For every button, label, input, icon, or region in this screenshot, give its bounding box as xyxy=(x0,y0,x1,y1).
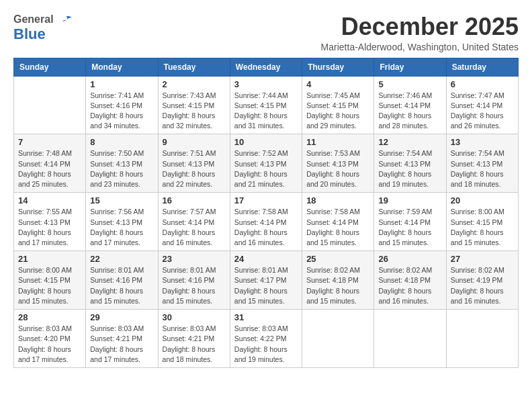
day-number: 25 xyxy=(306,254,369,264)
calendar-cell: 17Sunrise: 7:58 AMSunset: 4:14 PMDayligh… xyxy=(230,193,302,251)
day-info: Sunrise: 7:50 AMSunset: 4:13 PMDaylight:… xyxy=(90,148,153,189)
calendar-cell: 28Sunrise: 8:03 AMSunset: 4:20 PMDayligh… xyxy=(14,310,86,368)
day-info: Sunrise: 7:43 AMSunset: 4:15 PMDaylight:… xyxy=(163,91,226,132)
calendar-cell: 21Sunrise: 8:00 AMSunset: 4:15 PMDayligh… xyxy=(14,251,86,310)
day-info: Sunrise: 7:41 AMSunset: 4:16 PMDaylight:… xyxy=(90,91,153,132)
day-number: 17 xyxy=(234,195,298,205)
calendar-cell xyxy=(374,310,446,368)
day-number: 27 xyxy=(451,254,514,264)
day-number: 8 xyxy=(90,137,153,147)
calendar-cell: 24Sunrise: 8:01 AMSunset: 4:17 PMDayligh… xyxy=(230,251,302,310)
day-of-week-sunday: Sunday xyxy=(14,58,86,76)
day-number: 22 xyxy=(90,254,153,264)
calendar-cell: 22Sunrise: 8:01 AMSunset: 4:16 PMDayligh… xyxy=(86,251,158,310)
day-info: Sunrise: 7:58 AMSunset: 4:14 PMDaylight:… xyxy=(306,207,369,248)
calendar-cell: 16Sunrise: 7:57 AMSunset: 4:14 PMDayligh… xyxy=(158,193,230,251)
calendar-cell: 30Sunrise: 8:03 AMSunset: 4:21 PMDayligh… xyxy=(158,310,230,368)
day-of-week-monday: Monday xyxy=(86,58,158,76)
calendar-cell: 2Sunrise: 7:43 AMSunset: 4:15 PMDaylight… xyxy=(158,76,230,134)
day-info: Sunrise: 8:01 AMSunset: 4:17 PMDaylight:… xyxy=(234,265,298,306)
calendar-cell: 31Sunrise: 8:03 AMSunset: 4:22 PMDayligh… xyxy=(230,310,302,368)
calendar-cell: 15Sunrise: 7:56 AMSunset: 4:13 PMDayligh… xyxy=(86,193,158,251)
title-block: December 2025 Marietta-Alderwood, Washin… xyxy=(321,13,519,52)
day-info: Sunrise: 8:03 AMSunset: 4:21 PMDaylight:… xyxy=(163,324,226,365)
day-info: Sunrise: 7:54 AMSunset: 4:13 PMDaylight:… xyxy=(451,148,514,189)
day-number: 12 xyxy=(378,137,441,147)
day-info: Sunrise: 8:00 AMSunset: 4:15 PMDaylight:… xyxy=(18,265,81,306)
day-info: Sunrise: 8:01 AMSunset: 4:16 PMDaylight:… xyxy=(90,265,153,306)
day-number: 28 xyxy=(18,312,81,322)
calendar-cell: 11Sunrise: 7:53 AMSunset: 4:13 PMDayligh… xyxy=(302,134,374,193)
location-title: Marietta-Alderwood, Washington, United S… xyxy=(321,42,519,52)
calendar-cell xyxy=(446,310,518,368)
day-info: Sunrise: 8:03 AMSunset: 4:21 PMDaylight:… xyxy=(90,324,153,365)
calendar-cell: 25Sunrise: 8:02 AMSunset: 4:18 PMDayligh… xyxy=(302,251,374,310)
calendar-cell: 26Sunrise: 8:02 AMSunset: 4:18 PMDayligh… xyxy=(374,251,446,310)
calendar-cell: 27Sunrise: 8:02 AMSunset: 4:19 PMDayligh… xyxy=(446,251,518,310)
day-info: Sunrise: 8:02 AMSunset: 4:18 PMDaylight:… xyxy=(378,265,441,306)
day-number: 14 xyxy=(18,195,81,205)
day-info: Sunrise: 8:03 AMSunset: 4:20 PMDaylight:… xyxy=(18,324,81,365)
day-info: Sunrise: 7:48 AMSunset: 4:14 PMDaylight:… xyxy=(18,148,81,189)
day-of-week-thursday: Thursday xyxy=(302,58,374,76)
day-of-week-friday: Friday xyxy=(374,58,446,76)
day-number: 19 xyxy=(378,195,441,205)
calendar-cell xyxy=(302,310,374,368)
day-number: 20 xyxy=(451,195,514,205)
day-info: Sunrise: 7:45 AMSunset: 4:15 PMDaylight:… xyxy=(306,91,369,132)
day-info: Sunrise: 7:56 AMSunset: 4:13 PMDaylight:… xyxy=(90,207,153,248)
calendar-cell: 1Sunrise: 7:41 AMSunset: 4:16 PMDaylight… xyxy=(86,76,158,134)
day-of-week-wednesday: Wednesday xyxy=(230,58,302,76)
logo-blue: Blue xyxy=(13,26,73,43)
day-of-week-tuesday: Tuesday xyxy=(158,58,230,76)
day-number: 9 xyxy=(163,137,226,147)
week-row-1: 1Sunrise: 7:41 AMSunset: 4:16 PMDaylight… xyxy=(14,76,519,134)
day-info: Sunrise: 7:51 AMSunset: 4:13 PMDaylight:… xyxy=(163,148,226,189)
day-number: 18 xyxy=(306,195,369,205)
day-info: Sunrise: 8:03 AMSunset: 4:22 PMDaylight:… xyxy=(234,324,298,365)
header: General Blue December 2025 Marietta-Alde… xyxy=(13,13,519,52)
day-info: Sunrise: 7:47 AMSunset: 4:14 PMDaylight:… xyxy=(451,91,514,132)
calendar-table: SundayMondayTuesdayWednesdayThursdayFrid… xyxy=(13,58,519,368)
calendar-cell: 13Sunrise: 7:54 AMSunset: 4:13 PMDayligh… xyxy=(446,134,518,193)
day-number: 16 xyxy=(163,195,226,205)
day-number: 6 xyxy=(451,79,514,89)
day-info: Sunrise: 8:02 AMSunset: 4:18 PMDaylight:… xyxy=(306,265,369,306)
day-info: Sunrise: 7:46 AMSunset: 4:14 PMDaylight:… xyxy=(378,91,441,132)
day-info: Sunrise: 8:00 AMSunset: 4:15 PMDaylight:… xyxy=(451,207,514,248)
calendar-cell: 19Sunrise: 7:59 AMSunset: 4:14 PMDayligh… xyxy=(374,193,446,251)
day-number: 3 xyxy=(234,79,298,89)
calendar-cell: 3Sunrise: 7:44 AMSunset: 4:15 PMDaylight… xyxy=(230,76,302,134)
week-row-4: 21Sunrise: 8:00 AMSunset: 4:15 PMDayligh… xyxy=(14,251,519,310)
day-info: Sunrise: 7:53 AMSunset: 4:13 PMDaylight:… xyxy=(306,148,369,189)
day-info: Sunrise: 8:02 AMSunset: 4:19 PMDaylight:… xyxy=(451,265,514,306)
week-row-3: 14Sunrise: 7:55 AMSunset: 4:13 PMDayligh… xyxy=(14,193,519,251)
day-info: Sunrise: 7:59 AMSunset: 4:14 PMDaylight:… xyxy=(378,207,441,248)
day-info: Sunrise: 7:44 AMSunset: 4:15 PMDaylight:… xyxy=(234,91,298,132)
day-number: 24 xyxy=(234,254,298,264)
logo: General Blue xyxy=(13,13,73,43)
day-number: 31 xyxy=(234,312,298,322)
day-number: 10 xyxy=(234,137,298,147)
day-number: 30 xyxy=(163,312,226,322)
day-info: Sunrise: 7:58 AMSunset: 4:14 PMDaylight:… xyxy=(234,207,298,248)
calendar-cell: 10Sunrise: 7:52 AMSunset: 4:13 PMDayligh… xyxy=(230,134,302,193)
day-info: Sunrise: 7:57 AMSunset: 4:14 PMDaylight:… xyxy=(163,207,226,248)
calendar-cell: 29Sunrise: 8:03 AMSunset: 4:21 PMDayligh… xyxy=(86,310,158,368)
calendar-header: SundayMondayTuesdayWednesdayThursdayFrid… xyxy=(14,58,519,76)
calendar-cell: 9Sunrise: 7:51 AMSunset: 4:13 PMDaylight… xyxy=(158,134,230,193)
day-number: 7 xyxy=(18,137,81,147)
day-number: 26 xyxy=(378,254,441,264)
day-info: Sunrise: 8:01 AMSunset: 4:16 PMDaylight:… xyxy=(163,265,226,306)
calendar-cell: 14Sunrise: 7:55 AMSunset: 4:13 PMDayligh… xyxy=(14,193,86,251)
day-info: Sunrise: 7:52 AMSunset: 4:13 PMDaylight:… xyxy=(234,148,298,189)
calendar-cell: 12Sunrise: 7:54 AMSunset: 4:13 PMDayligh… xyxy=(374,134,446,193)
day-info: Sunrise: 7:54 AMSunset: 4:13 PMDaylight:… xyxy=(378,148,441,189)
month-title: December 2025 xyxy=(321,13,519,40)
calendar-cell: 23Sunrise: 8:01 AMSunset: 4:16 PMDayligh… xyxy=(158,251,230,310)
logo-text: General Blue xyxy=(13,13,73,43)
day-number: 23 xyxy=(163,254,226,264)
week-row-2: 7Sunrise: 7:48 AMSunset: 4:14 PMDaylight… xyxy=(14,134,519,193)
day-number: 11 xyxy=(306,137,369,147)
week-row-5: 28Sunrise: 8:03 AMSunset: 4:20 PMDayligh… xyxy=(14,310,519,368)
